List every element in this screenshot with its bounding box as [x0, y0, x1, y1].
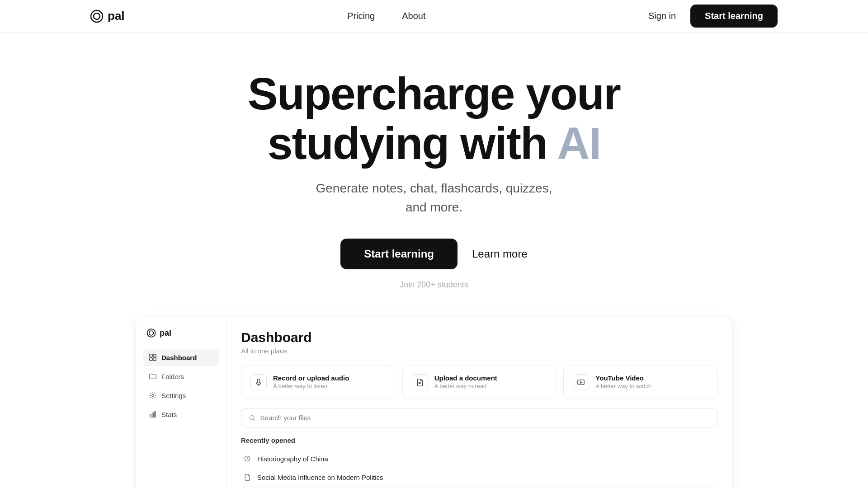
svg-rect-16	[578, 380, 584, 385]
audio-card-title: Record or upload audio	[273, 374, 349, 382]
hero-title-your: your	[514, 68, 620, 119]
microphone-icon	[255, 378, 263, 386]
nav-link-pricing[interactable]: Pricing	[347, 11, 375, 21]
svg-rect-5	[153, 354, 156, 357]
settings-icon	[149, 391, 157, 399]
hero-subtitle-line2: and more.	[406, 200, 462, 214]
hero-title: Supercharge your studying with AI	[248, 69, 620, 168]
main-content: Dashboard All in one place. Record or up…	[226, 317, 732, 488]
upload-card-document[interactable]: Upload a document A better way to read	[402, 366, 557, 399]
recent-item-0-label: Historiography of China	[257, 455, 328, 463]
hero-subtitle: Generate notes, chat, flashcards, quizze…	[316, 179, 552, 217]
nav-center: Pricing About	[347, 11, 425, 21]
sidebar-item-settings-label: Settings	[161, 392, 186, 399]
search-bar[interactable]	[241, 408, 717, 427]
document-card-text: Upload a document A better way to read	[434, 374, 497, 389]
dashboard-title: Dashboard	[241, 330, 717, 345]
document-icon	[416, 378, 424, 386]
sign-in-button[interactable]: Sign in	[648, 11, 676, 21]
svg-rect-6	[150, 358, 152, 361]
dashboard-icon	[149, 353, 157, 361]
hero-learn-more-button[interactable]: Learn more	[472, 248, 528, 260]
hero-start-learning-button[interactable]: Start learning	[340, 239, 458, 269]
svg-rect-11	[155, 412, 156, 418]
sidebar-item-settings[interactable]: Settings	[143, 387, 219, 404]
youtube-card-text: YouTube Video A better way to watch	[595, 374, 651, 389]
sidebar-item-stats[interactable]: Stats	[143, 406, 219, 423]
recent-item-1[interactable]: Social Media Influence on Modern Politic…	[241, 468, 717, 487]
stats-icon	[149, 410, 157, 418]
recent-item-1-icon	[243, 473, 252, 482]
upload-cards: Record or upload audio A better way to l…	[241, 366, 717, 399]
youtube-card-icon-wrap	[573, 374, 589, 390]
sidebar-item-folders-label: Folders	[161, 373, 184, 380]
sidebar-logo-text: pal	[160, 328, 171, 338]
hero-title-supercharge: Supercharge	[248, 68, 514, 119]
hero-section: Supercharge your studying with AI Genera…	[0, 33, 868, 308]
hero-title-ai: AI	[557, 118, 600, 169]
sidebar-logo-icon	[147, 328, 157, 338]
hero-social-proof: Join 200+ students	[400, 280, 468, 290]
folder-icon	[149, 372, 157, 380]
audio-card-text: Record or upload audio A better way to l…	[273, 374, 349, 389]
svg-point-3	[149, 331, 154, 335]
svg-point-2	[147, 329, 156, 337]
document-card-subtitle: A better way to read	[434, 383, 497, 389]
search-icon	[249, 414, 256, 422]
logo-icon	[90, 9, 105, 23]
nav-logo[interactable]: pal	[90, 9, 125, 23]
hero-buttons: Start learning Learn more	[340, 239, 527, 269]
dashboard-subtitle: All in one place.	[241, 347, 717, 355]
youtube-card-subtitle: A better way to watch	[595, 383, 651, 389]
hero-title-studying: studying with	[268, 118, 557, 169]
sidebar-logo: pal	[143, 328, 219, 338]
search-input[interactable]	[260, 414, 710, 422]
audio-card-subtitle: A better way to listen	[273, 383, 349, 389]
document-card-title: Upload a document	[434, 374, 497, 382]
recently-opened-section: Recently opened Historiography of China	[241, 436, 717, 488]
logo-text: pal	[108, 9, 125, 23]
sidebar-item-stats-label: Stats	[161, 411, 177, 418]
sidebar-item-dashboard-label: Dashboard	[161, 354, 197, 361]
sidebar: pal Dashboard Folders	[136, 317, 226, 488]
svg-line-18	[254, 419, 255, 420]
youtube-icon	[577, 378, 585, 386]
svg-rect-9	[150, 414, 151, 417]
recent-item-1-label: Social Media Influence on Modern Politic…	[257, 474, 383, 481]
audio-card-icon-wrap	[250, 374, 267, 390]
svg-rect-4	[150, 354, 152, 357]
dashboard-preview: pal Dashboard Folders	[0, 308, 868, 488]
upload-card-audio[interactable]: Record or upload audio A better way to l…	[241, 366, 395, 399]
nav-right: Sign in Start learning	[648, 5, 778, 28]
document-card-icon-wrap	[412, 374, 428, 390]
sidebar-item-folders[interactable]: Folders	[143, 368, 219, 385]
svg-rect-10	[152, 413, 154, 417]
dashboard-container: pal Dashboard Folders	[136, 317, 732, 488]
upload-card-youtube[interactable]: YouTube Video A better way to watch	[563, 366, 717, 399]
navbar: pal Pricing About Sign in Start learning	[0, 0, 868, 33]
start-learning-nav-button[interactable]: Start learning	[690, 5, 778, 28]
hero-subtitle-line1: Generate notes, chat, flashcards, quizze…	[316, 181, 552, 195]
svg-point-1	[94, 13, 100, 19]
recent-item-0-icon	[243, 454, 252, 463]
recent-item-0[interactable]: Historiography of China	[241, 450, 717, 468]
recently-opened-title: Recently opened	[241, 436, 717, 444]
youtube-card-title: YouTube Video	[595, 374, 651, 382]
svg-point-0	[91, 10, 103, 22]
sidebar-item-dashboard[interactable]: Dashboard	[143, 349, 219, 366]
svg-point-8	[152, 394, 154, 397]
nav-link-about[interactable]: About	[402, 11, 425, 21]
svg-rect-7	[153, 358, 156, 361]
svg-rect-12	[257, 379, 259, 383]
